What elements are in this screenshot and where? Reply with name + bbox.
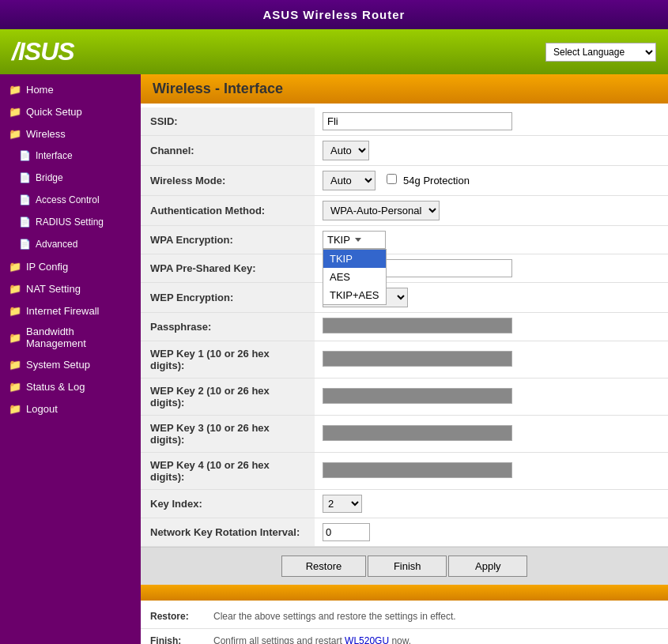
wl520gu-link[interactable]: WL520GU	[345, 635, 389, 644]
sidebar-item-system-label: System Setup	[26, 359, 90, 371]
finish-button[interactable]: Finish	[368, 555, 447, 577]
help-restore-row: Restore: Clear the above settings and re…	[141, 604, 668, 629]
folder-icon: 📁	[8, 357, 22, 371]
folder-icon: 📁	[8, 330, 22, 345]
top-bar: /ISUS Select Language English Chinese Ja…	[0, 29, 668, 74]
wpa-option-tkip[interactable]: TKIP	[323, 250, 386, 268]
protection-label: 54g Protection	[403, 175, 470, 186]
help-restore-label: Restore:	[141, 604, 204, 629]
header-title: ASUS Wireless Router	[263, 8, 406, 21]
sidebar-item-logout-label: Logout	[26, 403, 58, 415]
wpa-encryption-value-cell: TKIP TKIP AES TKIP+AES	[315, 226, 668, 254]
page-title: Wireless - Interface	[141, 74, 668, 104]
wpa-encryption-label: WPA Encryption:	[141, 226, 315, 254]
sidebar-item-advanced[interactable]: 📄 Advanced	[0, 233, 141, 255]
nkri-row: Network Key Rotation Interval:	[141, 518, 668, 547]
channel-row: Channel: Auto 1234 5678 91011	[141, 136, 668, 166]
help-finish-text: Confirm all settings and restart WL520GU…	[204, 629, 668, 645]
sidebar-item-firewall-label: Internet Firewall	[26, 305, 99, 317]
help-finish-text-before: Confirm all settings and restart	[213, 635, 345, 644]
wep-encryption-label: WEP Encryption:	[141, 283, 315, 313]
sidebar-item-bandwidth-label: Bandwidth Management	[26, 326, 133, 349]
ssid-value-cell	[315, 107, 668, 136]
sidebar-item-quick-setup-label: Quick Setup	[26, 106, 82, 118]
wpa-encryption-value: TKIP	[327, 234, 350, 246]
sidebar-item-interface[interactable]: 📄 Interface	[0, 145, 141, 167]
action-buttons-row: Restore Finish Apply	[141, 547, 668, 585]
auth-method-value-cell: Open System Shared Key WPA-Personal WPA-…	[315, 196, 668, 226]
wireless-mode-value-cell: Auto b only g only 54g Protection	[315, 166, 668, 196]
ssid-input[interactable]	[323, 112, 512, 130]
channel-select[interactable]: Auto 1234 5678 91011	[323, 141, 369, 160]
sidebar-item-access-control[interactable]: 📄 Access Control	[0, 189, 141, 211]
wep-key2-value-cell	[315, 378, 668, 416]
wpa-encryption-dropdown: TKIP AES TKIP+AES	[323, 249, 387, 305]
nkri-value-cell	[315, 518, 668, 547]
channel-value-cell: Auto 1234 5678 91011	[315, 136, 668, 166]
wep-key3-label: WEP Key 3 (10 or 26 hex digits):	[141, 416, 315, 453]
help-restore-text: Clear the above settings and restore the…	[204, 604, 668, 629]
ssid-row: SSID:	[141, 107, 668, 136]
sidebar-item-nat-label: NAT Setting	[26, 283, 81, 295]
wep-key2-input-disabled	[323, 388, 512, 404]
apply-button[interactable]: Apply	[448, 555, 527, 577]
wpa-encryption-selected[interactable]: TKIP	[323, 231, 386, 249]
wep-key1-row: WEP Key 1 (10 or 26 hex digits):	[141, 341, 668, 378]
sidebar-item-logout[interactable]: 📁 Logout	[0, 397, 141, 420]
protection-checkbox[interactable]	[387, 174, 397, 184]
sidebar-item-bandwidth-management[interactable]: 📁 Bandwidth Management	[0, 322, 141, 353]
nkri-label: Network Key Rotation Interval:	[141, 518, 315, 547]
passphrase-value-cell	[315, 313, 668, 341]
passphrase-input-disabled	[323, 318, 512, 333]
folder-icon: 📁	[8, 104, 22, 119]
main-layout: 📁 Home 📁 Quick Setup 📁 Wireless 📄 Interf…	[0, 74, 668, 644]
sidebar-item-system-setup[interactable]: 📁 System Setup	[0, 353, 141, 375]
wpa-option-tkip-aes[interactable]: TKIP+AES	[323, 286, 386, 304]
wpa-encryption-row: WPA Encryption: TKIP TKIP AES TKIP+AES	[141, 226, 668, 254]
sidebar-item-ip-config[interactable]: 📁 IP Config	[0, 255, 141, 277]
folder-icon: 📁	[8, 281, 22, 296]
folder-icon: 📁	[8, 126, 22, 141]
help-finish-row: Finish: Confirm all settings and restart…	[141, 629, 668, 645]
wireless-mode-select[interactable]: Auto b only g only	[323, 171, 376, 190]
wep-key3-row: WEP Key 3 (10 or 26 hex digits):	[141, 416, 668, 453]
page-header: ASUS Wireless Router	[0, 0, 668, 29]
wep-key1-value-cell	[315, 341, 668, 378]
auth-method-row: Authentication Method: Open System Share…	[141, 196, 668, 226]
wep-encryption-row: WEP Encryption: None WEP-64bits WEP-128b…	[141, 283, 668, 313]
footer-orange-bar	[141, 585, 668, 601]
sidebar-item-interface-label: Interface	[36, 150, 73, 161]
wpa-psk-row: WPA Pre-Shared Key:	[141, 254, 668, 283]
folder-icon: 📁	[8, 259, 22, 273]
sidebar-item-home[interactable]: 📁 Home	[0, 78, 141, 100]
sidebar-item-internet-firewall[interactable]: 📁 Internet Firewall	[0, 299, 141, 322]
auth-method-select[interactable]: Open System Shared Key WPA-Personal WPA-…	[323, 201, 440, 220]
sidebar-item-wireless-label: Wireless	[26, 128, 66, 140]
wep-key4-input-disabled	[323, 462, 512, 478]
wep-key4-value-cell	[315, 453, 668, 490]
sidebar-item-ip-config-label: IP Config	[26, 261, 68, 273]
asus-logo: /ISUS	[12, 37, 74, 66]
wpa-option-aes[interactable]: AES	[323, 268, 386, 286]
nkri-input[interactable]	[323, 523, 370, 541]
wep-key3-value-cell	[315, 416, 668, 453]
form-table: SSID: Channel: Auto 1234 5678 91011	[141, 107, 668, 547]
sidebar-item-home-label: Home	[26, 84, 54, 96]
sidebar-item-bridge-label: Bridge	[36, 172, 63, 183]
folder-icon: 📁	[8, 401, 22, 416]
key-index-select[interactable]: 1 2 3 4	[323, 495, 362, 513]
sidebar-item-status-log[interactable]: 📁 Status & Log	[0, 375, 141, 397]
wpa-encryption-container: TKIP TKIP AES TKIP+AES	[323, 231, 386, 249]
sidebar-item-wireless[interactable]: 📁 Wireless	[0, 122, 141, 145]
logo-area: /ISUS	[12, 37, 74, 66]
language-select[interactable]: Select Language English Chinese Japanese	[545, 43, 656, 62]
restore-button[interactable]: Restore	[281, 555, 367, 577]
page-icon: 📄	[17, 237, 32, 251]
channel-label: Channel:	[141, 136, 315, 166]
sidebar-item-quick-setup[interactable]: 📁 Quick Setup	[0, 100, 141, 122]
sidebar-item-radius-setting[interactable]: 📄 RADIUS Setting	[0, 211, 141, 233]
wep-key1-label: WEP Key 1 (10 or 26 hex digits):	[141, 341, 315, 378]
sidebar-item-bridge[interactable]: 📄 Bridge	[0, 167, 141, 189]
sidebar-item-nat-setting[interactable]: 📁 NAT Setting	[0, 277, 141, 299]
wep-key4-label: WEP Key 4 (10 or 26 hex digits):	[141, 453, 315, 490]
